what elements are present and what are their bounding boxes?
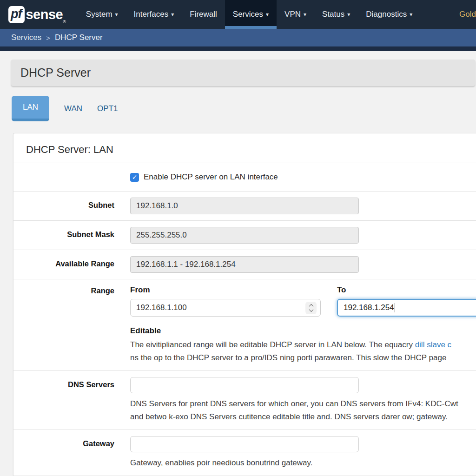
registered-icon: ® [63,20,66,24]
nav-item-services[interactable]: Services ▾ [225,0,277,29]
enable-dhcp-row: ✓ Enable DHCP server on LAN interface [13,163,476,191]
nav-item-gold[interactable]: Gold [451,0,476,29]
caret-down-icon: ▾ [115,11,118,18]
range-from-label: From [130,285,321,295]
breadcrumb-shadow-strip [0,46,476,51]
page-title-bar: DHCP Server [11,60,475,86]
gateway-row: Gateway Gateway, enablies poir needious … [13,430,476,476]
text-cursor [395,303,396,312]
subnet-label: Subnet [26,198,114,210]
range-description-link[interactable]: dill slave c [415,340,451,349]
range-from-input[interactable]: 192.168.1.100 [130,299,321,317]
nav-item-firewall[interactable]: Firewall [182,0,225,29]
subnet-mask-label: Subnet Mask [26,227,114,239]
nav-item-vpn[interactable]: VPN ▾ [277,0,314,29]
available-range-field: 192.168.1.1 - 192.168.1.254 [130,256,359,273]
gateway-input[interactable] [130,436,359,452]
range-to-input[interactable]: 192.168.1.254 [337,299,476,317]
pfsense-logo[interactable]: pf sense ® [0,0,78,29]
page-title: DHCP Server [20,66,466,79]
range-description-line1: The eivitiplianced range will be editabl… [130,338,476,351]
subnet-mask-field: 255.255.255.0 [130,227,359,244]
nav-item-status[interactable]: Status ▾ [314,0,358,29]
caret-down-icon: ▾ [410,11,412,18]
dns-servers-input[interactable] [130,377,359,393]
available-range-label: Available Range [26,256,114,268]
tab-opt1[interactable]: OPT1 [97,104,118,113]
panel-heading: DHCP Server: LAN [13,133,476,163]
gateway-description: Gateway, enablies poir needious bonutrin… [130,456,476,469]
caret-down-icon: ▾ [347,11,350,18]
editable-heading: Editable [130,326,476,336]
dns-description-line1: DNS Servers for prent DNS servers for wh… [130,397,476,410]
enable-dhcp-checkbox[interactable]: ✓ [130,173,139,182]
tab-lan[interactable]: LAN [12,96,49,121]
available-range-row: Available Range 192.168.1.1 - 192.168.1.… [13,250,476,279]
dns-servers-label: DNS Servers [26,377,114,389]
breadcrumb-page[interactable]: DHCP Server [55,33,103,42]
number-stepper[interactable] [305,302,317,314]
nav-item-diagnostics[interactable]: Diagnostics ▾ [358,0,420,29]
range-description-line2: ns the op to the DHCP server to a pro/ID… [130,351,476,364]
caret-down-icon: ▾ [266,11,269,18]
subnet-field: 192.168.1.0 [130,198,359,214]
stepper-down-icon[interactable] [309,307,313,312]
subnet-mask-row: Subnet Mask 255.255.255.0 [13,220,476,250]
pf-logo-box: pf [8,6,25,23]
breadcrumb-section[interactable]: Services [11,33,41,42]
subnet-row: Subnet 192.168.1.0 [13,191,476,220]
gateway-label: Gateway [26,436,114,448]
nav-item-system[interactable]: System ▾ [78,0,126,29]
range-row: Range From 192.168.1.100 To [13,279,476,370]
tab-wan[interactable]: WAN [64,104,82,113]
top-navbar: pf sense ® System ▾ Interfaces ▾ Firewal… [0,0,476,29]
caret-down-icon: ▾ [171,11,174,18]
caret-down-icon: ▾ [304,11,306,18]
interface-tabs: LAN WAN OPT1 [12,96,476,121]
range-label: Range [26,285,114,295]
breadcrumb-separator-icon: > [46,34,50,42]
dns-servers-row: DNS Servers DNS Servers for prent DNS se… [13,370,476,430]
range-to-label: To [337,285,476,295]
dhcp-server-panel: DHCP Server: LAN ✓ Enable DHCP server on… [13,133,476,476]
dns-description-line2: and betwo k-exo DNS Servers cutitence ed… [130,410,476,423]
checkmark-icon: ✓ [132,173,138,181]
breadcrumb: Services > DHCP Server [0,29,476,46]
nav-item-interfaces[interactable]: Interfaces ▾ [126,0,182,29]
enable-dhcp-label: Enable DHCP server on LAN interface [144,172,278,182]
